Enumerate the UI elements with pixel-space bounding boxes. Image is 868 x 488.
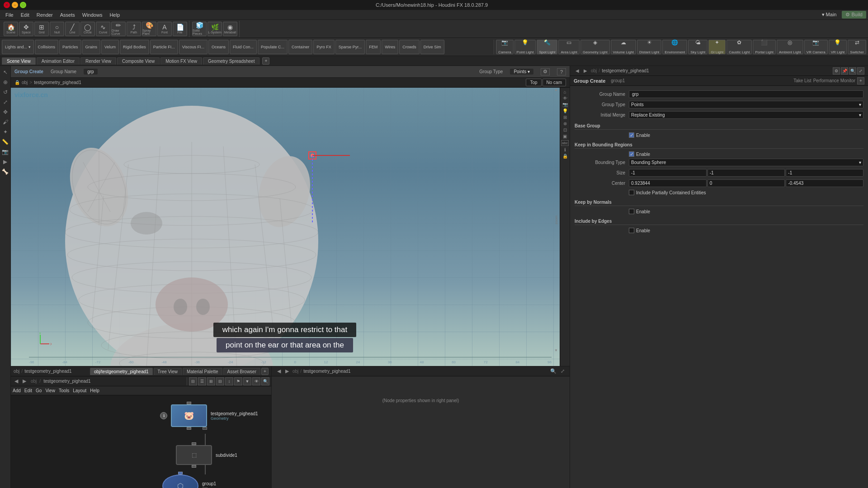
- toolbar-solidpieces[interactable]: 🧊Solid Pieces: [192, 22, 207, 36]
- tab-renderview[interactable]: Render View: [80, 57, 116, 65]
- basegroup-enable-checkbox[interactable]: ✓: [629, 132, 634, 138]
- skylight-btn[interactable]: 🌤Sky Light: [688, 40, 708, 54]
- toolbar-spraypaint[interactable]: 🎨Spray Paint: [142, 22, 156, 36]
- ne-tab-main[interactable]: obj/testgeometry_pighead1: [90, 368, 153, 375]
- bounding-type-dropdown[interactable]: Bounding Sphere ▾: [629, 159, 863, 166]
- nrh-expand-icon[interactable]: ⤢: [559, 368, 566, 375]
- pointlight-btn[interactable]: 💡Point Light: [514, 40, 536, 54]
- rp-take-label[interactable]: Take List: [793, 78, 811, 83]
- tab-compositeview[interactable]: Composite View: [117, 57, 160, 65]
- arealight-btn[interactable]: ▭Area Light: [558, 40, 579, 54]
- ne-icon-sort[interactable]: ↕: [225, 377, 233, 385]
- node-body-subdivide[interactable]: ⬚: [176, 445, 212, 465]
- close-button[interactable]: ✕: [4, 2, 10, 8]
- volumelight-btn[interactable]: ☁Volume Light: [611, 40, 636, 54]
- environment-btn[interactable]: 🌐Environment: [662, 40, 687, 54]
- ne-menu-edit[interactable]: Edit: [24, 388, 32, 393]
- initial-merge-dropdown[interactable]: Replace Existing ▾: [629, 111, 863, 119]
- view-nocam-btn[interactable]: No cam: [542, 79, 566, 86]
- sparsepyr-btn[interactable]: Sparse Pyr...: [335, 40, 365, 54]
- toolbar-scene[interactable]: 🏠Scene: [4, 22, 18, 36]
- ne-icon-collapse[interactable]: ⊟: [189, 377, 197, 385]
- node-group1[interactable]: ⬡ group1 grp: [162, 474, 216, 488]
- group-name-value[interactable]: grp: [84, 69, 97, 75]
- vrlight-btn[interactable]: 💡VR Light: [829, 40, 847, 54]
- nrh-search-icon[interactable]: 🔍: [550, 368, 557, 375]
- ne-icon-grid[interactable]: ⊞: [207, 377, 215, 385]
- wires-btn[interactable]: Wires: [382, 40, 398, 54]
- ne-icon-table[interactable]: ⊟: [216, 377, 224, 385]
- rp-icon-gear[interactable]: ⚙: [833, 67, 840, 75]
- build-button[interactable]: ⚙ Build: [842, 11, 866, 19]
- tab-sceneview[interactable]: Scene View: [2, 57, 36, 65]
- toolbar-null[interactable]: ○Null: [50, 22, 64, 36]
- group-type-dropdown[interactable]: Points ▾: [629, 101, 863, 108]
- oceans-btn[interactable]: Oceans: [208, 40, 229, 54]
- toolbar-file[interactable]: 📄File: [173, 22, 187, 36]
- ne-icon-flag[interactable]: ⚑: [234, 377, 242, 385]
- nrh-back[interactable]: ◀: [275, 368, 283, 375]
- node-subdivide[interactable]: ⬚ subdivide1: [176, 445, 237, 465]
- node-testgeometry[interactable]: ℹ 🐷 testge: [160, 404, 258, 427]
- vp-rt-light[interactable]: 💡: [562, 108, 568, 113]
- vp-node-name[interactable]: testgeometry_pighead1: [34, 80, 81, 85]
- bounding-enable-checkbox[interactable]: ✓: [629, 151, 634, 157]
- group-settings-icon[interactable]: ⚙: [541, 68, 550, 75]
- rp-add-tab[interactable]: +: [857, 77, 864, 84]
- rp-icon-expand[interactable]: ⤢: [857, 67, 864, 75]
- causticlight-btn[interactable]: ✿Caustic Light: [726, 40, 752, 54]
- size-x-input[interactable]: [629, 169, 707, 177]
- ne-menu-go[interactable]: Go: [36, 388, 42, 393]
- viewport[interactable]: vixforce.cn: [11, 88, 570, 366]
- vrcamera-btn[interactable]: 📷VR Camera: [804, 40, 828, 54]
- group-name-input[interactable]: [629, 90, 863, 98]
- ne-add-tab[interactable]: +: [261, 368, 269, 375]
- pyrofx-btn[interactable]: Pyro FX: [313, 40, 335, 54]
- toolbar-font[interactable]: AFont: [157, 22, 172, 36]
- vp-rt-lock[interactable]: 🔒: [562, 154, 568, 159]
- ne-icon-search[interactable]: 🔍: [261, 377, 269, 385]
- vp-rt-view[interactable]: ⊡: [563, 127, 567, 132]
- tool-camera[interactable]: 📷: [1, 147, 10, 156]
- add-tab-button[interactable]: +: [262, 57, 269, 65]
- camera-btn[interactable]: 📷Camera: [496, 40, 513, 54]
- collisions-btn[interactable]: Collisions: [35, 40, 59, 54]
- tool-scale[interactable]: ⤢: [1, 98, 10, 107]
- vp-rt-abc[interactable]: abc: [561, 140, 569, 146]
- gilight-btn[interactable]: ✦GI Light: [708, 40, 726, 54]
- menu-assets[interactable]: Assets: [57, 11, 79, 19]
- normals-enable-checkbox[interactable]: [629, 209, 634, 214]
- drivesim-btn[interactable]: Drive Sim: [420, 40, 444, 54]
- tool-paint[interactable]: 🖌: [1, 117, 10, 127]
- minimize-button[interactable]: −: [12, 2, 18, 8]
- rp-icon-search[interactable]: 🔍: [849, 67, 856, 75]
- particles-btn[interactable]: Particles: [59, 40, 81, 54]
- vp-rt-snap[interactable]: ⊗: [563, 121, 567, 126]
- edges-enable-checkbox[interactable]: [629, 228, 634, 233]
- vp-rt-cam[interactable]: 📷: [562, 102, 568, 107]
- main-dropdown[interactable]: ▾ Main: [818, 11, 840, 19]
- menu-render[interactable]: Render: [33, 11, 57, 19]
- vp-rt-eye[interactable]: 👁: [563, 96, 567, 101]
- toolbar-circle[interactable]: ◯Circle: [80, 22, 95, 36]
- tab-geospreadsheet[interactable]: Geometry Spreadsheet: [203, 57, 259, 65]
- velum-btn[interactable]: Velum: [101, 40, 119, 54]
- vp-rt-grid[interactable]: ⊞: [563, 115, 567, 120]
- node-body-group1[interactable]: ⬡: [162, 474, 198, 488]
- crowds-btn[interactable]: Crowds: [399, 40, 420, 54]
- ne-tab-material[interactable]: Material Palette: [183, 368, 222, 375]
- node-body-testgeometry[interactable]: 🐷: [171, 404, 207, 427]
- size-z-input[interactable]: [786, 169, 863, 177]
- tool-measure[interactable]: 📏: [1, 137, 10, 146]
- ne-back-btn[interactable]: ◀: [13, 378, 20, 385]
- fem-btn[interactable]: FEM: [366, 40, 381, 54]
- fluidcon-btn[interactable]: Fluid Con...: [230, 40, 257, 54]
- partial-contain-checkbox[interactable]: [629, 190, 634, 195]
- spotlight-btn[interactable]: 🔦Spot Light: [537, 40, 557, 54]
- maximize-button[interactable]: □: [20, 2, 26, 8]
- populatec-btn[interactable]: Populate C...: [258, 40, 288, 54]
- tool-rotate[interactable]: ↺: [1, 88, 10, 97]
- group-type-value-vp[interactable]: Points ▾: [510, 69, 533, 75]
- container-btn[interactable]: Container: [288, 40, 312, 54]
- size-y-input[interactable]: [708, 169, 785, 177]
